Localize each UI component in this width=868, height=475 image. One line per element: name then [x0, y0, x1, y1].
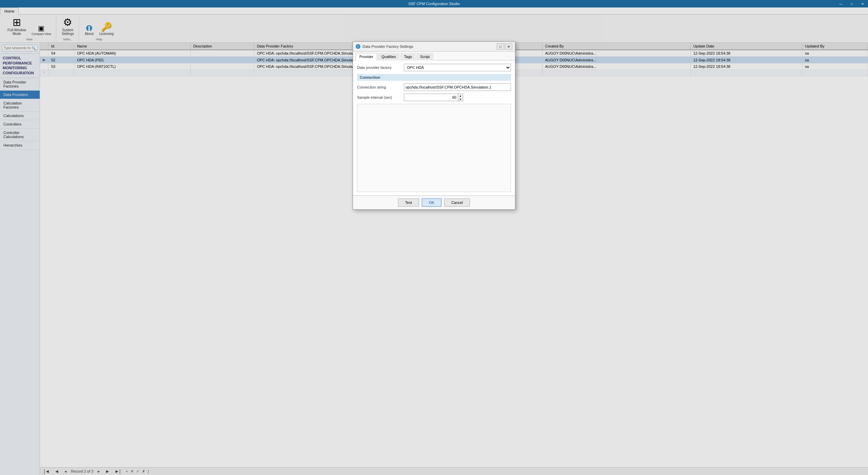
dialog-tab-qualities[interactable]: Qualities — [378, 53, 400, 60]
spin-down-button[interactable]: ▼ — [458, 97, 463, 101]
dialog-close-button[interactable]: ✕ — [505, 43, 512, 50]
dialog-data-provider-factory-settings: i Data Provider Factory Settings □ ✕ Pro… — [353, 41, 515, 210]
dialog-title: i Data Provider Factory Settings — [356, 44, 413, 49]
dialog-tab-provider[interactable]: Provider — [356, 53, 377, 60]
spin-up-button[interactable]: ▲ — [458, 94, 463, 97]
maximize-button[interactable]: □ — [846, 0, 857, 7]
dialog-footer: Test OK Cancel — [353, 195, 515, 209]
connection-section-header: Connection — [357, 74, 511, 81]
dialog-maximize-button[interactable]: □ — [497, 43, 504, 50]
minimize-button[interactable]: — — [835, 0, 846, 7]
title-bar-controls: — □ ✕ — [835, 0, 868, 7]
app-title: SSF CPM Configuration Studio — [408, 2, 460, 6]
connection-string-row: Connection string — [357, 83, 511, 91]
dialog-tab-tags[interactable]: Tags — [400, 53, 416, 60]
dialog-tab-script[interactable]: Script — [416, 53, 433, 60]
ok-button[interactable]: OK — [422, 198, 441, 207]
dialog-content-area — [357, 104, 511, 192]
factory-label: Data provider factory — [357, 65, 401, 70]
test-button[interactable]: Test — [398, 198, 419, 207]
dialog-body: Data provider factory OPC HDA Connection… — [353, 60, 515, 195]
connection-string-label: Connection string — [357, 85, 401, 89]
sample-interval-row: Sample interval (sec) 60 ▲ ▼ — [357, 94, 511, 101]
dialog-icon: i — [356, 44, 360, 49]
factory-row: Data provider factory OPC HDA — [357, 64, 511, 71]
dialog-controls: □ ✕ — [497, 43, 512, 50]
cancel-button[interactable]: Cancel — [444, 198, 470, 207]
sample-interval-spinner: 60 ▲ ▼ — [404, 94, 463, 101]
close-button[interactable]: ✕ — [857, 0, 868, 7]
spin-buttons: ▲ ▼ — [458, 94, 463, 101]
sample-interval-input[interactable]: 60 — [404, 94, 458, 101]
dialog-titlebar: i Data Provider Factory Settings □ ✕ — [353, 42, 515, 52]
title-bar: SSF CPM Configuration Studio — □ ✕ — [0, 0, 868, 7]
sample-interval-label: Sample interval (sec) — [357, 95, 401, 99]
connection-string-input[interactable] — [404, 83, 511, 91]
modal-overlay: i Data Provider Factory Settings □ ✕ Pro… — [0, 7, 868, 475]
dialog-tabs: Provider Qualities Tags Script — [353, 52, 515, 60]
factory-select[interactable]: OPC HDA — [404, 64, 511, 71]
